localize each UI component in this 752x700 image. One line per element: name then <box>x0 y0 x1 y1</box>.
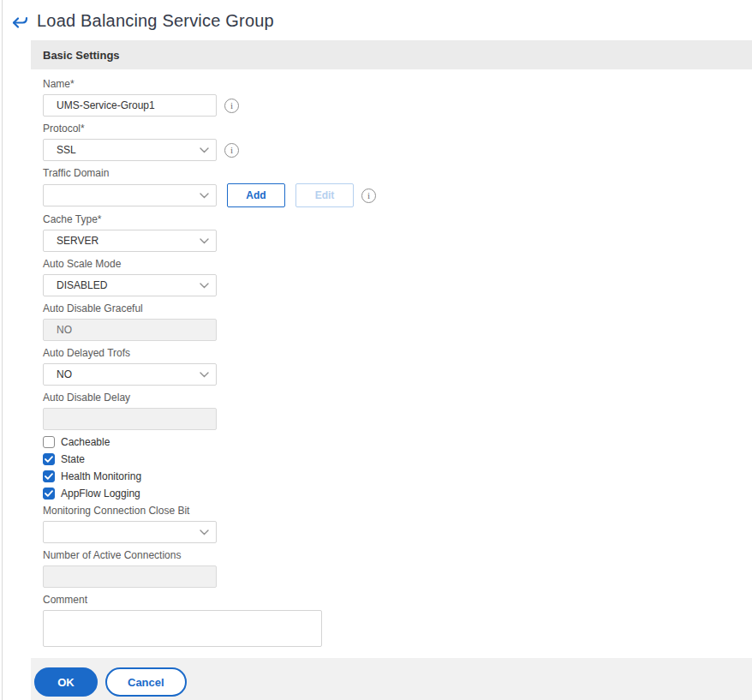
checkbox-group: Cacheable State Health Monitoring AppFlo… <box>43 436 740 500</box>
page-left-border <box>2 0 3 700</box>
cacheable-label: Cacheable <box>61 436 110 448</box>
health-monitoring-label: Health Monitoring <box>61 470 141 482</box>
check-icon <box>45 473 53 480</box>
basic-settings-panel: Basic Settings Name* i Protocol* SSL i T… <box>31 40 752 700</box>
appflow-logging-label: AppFlow Logging <box>61 488 140 500</box>
number-of-active-connections-label: Number of Active Connections <box>43 549 740 561</box>
checkbox-row-state[interactable]: State <box>43 453 740 465</box>
auto-delayed-trofs-label: Auto Delayed Trofs <box>43 347 740 359</box>
chevron-down-icon <box>200 283 209 289</box>
edit-button[interactable]: Edit <box>295 183 354 207</box>
field-monitoring-connection-close-bit: Monitoring Connection Close Bit <box>43 505 740 543</box>
field-auto-scale-mode: Auto Scale Mode DISABLED <box>43 258 740 296</box>
protocol-label: Protocol* <box>43 123 740 135</box>
monitoring-connection-close-bit-select[interactable] <box>43 521 217 543</box>
auto-disable-graceful-label: Auto Disable Graceful <box>43 302 740 314</box>
page-header: Load Balancing Service Group <box>0 0 752 31</box>
chevron-down-icon <box>200 147 209 153</box>
cache-type-select[interactable]: SERVER <box>43 230 217 252</box>
appflow-logging-checkbox[interactable] <box>43 488 55 500</box>
cacheable-checkbox[interactable] <box>43 436 55 448</box>
field-name: Name* i <box>43 78 740 117</box>
panel-footer: OK Cancel <box>31 658 752 700</box>
auto-delayed-trofs-selected-value: NO <box>57 368 194 380</box>
field-protocol: Protocol* SSL i <box>43 123 740 161</box>
add-button[interactable]: Add <box>227 183 285 207</box>
number-of-active-connections-input <box>43 565 217 588</box>
checkbox-row-appflow-logging[interactable]: AppFlow Logging <box>43 488 740 500</box>
field-auto-disable-graceful: Auto Disable Graceful <box>43 302 740 341</box>
traffic-domain-label: Traffic Domain <box>43 167 740 179</box>
protocol-select[interactable]: SSL <box>43 139 217 161</box>
field-cache-type: Cache Type* SERVER <box>43 213 740 252</box>
checkbox-row-cacheable[interactable]: Cacheable <box>43 436 740 448</box>
chevron-down-icon <box>200 529 209 535</box>
field-traffic-domain: Traffic Domain Add Edit i <box>43 167 740 207</box>
comment-label: Comment <box>43 594 740 606</box>
auto-disable-delay-label: Auto Disable Delay <box>43 392 740 404</box>
panel-body: Name* i Protocol* SSL i Traffic Domain <box>31 69 752 658</box>
info-icon[interactable]: i <box>224 99 239 113</box>
chevron-down-icon <box>200 372 209 378</box>
auto-scale-mode-selected-value: DISABLED <box>57 279 194 291</box>
info-icon[interactable]: i <box>224 143 239 158</box>
cache-type-label: Cache Type* <box>43 213 740 225</box>
protocol-selected-value: SSL <box>57 144 194 156</box>
traffic-domain-select[interactable] <box>43 184 217 206</box>
monitoring-connection-close-bit-label: Monitoring Connection Close Bit <box>43 505 740 517</box>
auto-scale-mode-label: Auto Scale Mode <box>43 258 740 270</box>
chevron-down-icon <box>200 238 209 244</box>
name-input[interactable] <box>43 94 217 117</box>
check-icon <box>45 456 53 463</box>
auto-scale-mode-select[interactable]: DISABLED <box>43 274 217 296</box>
field-auto-disable-delay: Auto Disable Delay <box>43 392 740 430</box>
state-checkbox[interactable] <box>43 453 55 465</box>
health-monitoring-checkbox[interactable] <box>43 470 55 482</box>
page-title: Load Balancing Service Group <box>37 11 274 31</box>
checkbox-row-health-monitoring[interactable]: Health Monitoring <box>43 470 740 482</box>
name-label: Name* <box>43 78 740 90</box>
auto-disable-delay-input <box>43 408 217 430</box>
field-auto-delayed-trofs: Auto Delayed Trofs NO <box>43 347 740 386</box>
auto-delayed-trofs-select[interactable]: NO <box>43 363 217 386</box>
ok-button[interactable]: OK <box>34 667 98 697</box>
panel-header-basic-settings: Basic Settings <box>31 40 752 69</box>
chevron-down-icon <box>200 193 209 199</box>
cancel-button[interactable]: Cancel <box>105 667 187 697</box>
cache-type-selected-value: SERVER <box>57 235 194 247</box>
back-arrow-icon[interactable] <box>10 12 29 31</box>
field-number-of-active-connections: Number of Active Connections <box>43 549 740 588</box>
comment-textarea[interactable] <box>43 610 322 647</box>
check-icon <box>45 490 53 497</box>
state-label: State <box>61 453 85 465</box>
info-icon[interactable]: i <box>361 188 376 203</box>
field-comment: Comment <box>43 594 740 650</box>
auto-disable-graceful-input <box>43 319 217 341</box>
